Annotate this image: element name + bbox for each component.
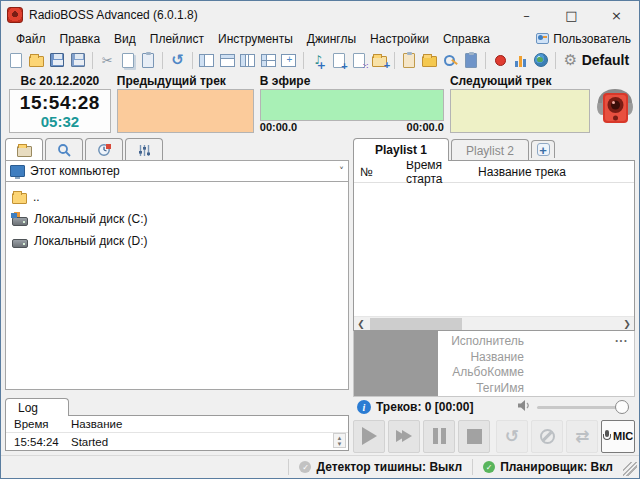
open-icon[interactable]	[28, 50, 47, 71]
edit-list-icon[interactable]	[461, 50, 480, 71]
preset-label[interactable]: Default	[582, 52, 633, 68]
menu-view[interactable]: Вид	[107, 31, 143, 47]
layout-grid-icon[interactable]	[259, 50, 278, 71]
minimize-button[interactable]: –	[504, 1, 549, 29]
history-tab[interactable]	[85, 138, 123, 161]
current-date: Вс 20.12.2020	[9, 74, 111, 89]
repeat-icon: ↺	[505, 428, 519, 445]
next-track-label: Следующий трек	[450, 74, 590, 89]
close-button[interactable]: ×	[594, 1, 639, 29]
add-track-icon[interactable]: ♪	[309, 50, 328, 71]
previous-track-box[interactable]	[117, 89, 254, 133]
col-track-name[interactable]: Название трека	[478, 165, 634, 179]
playlist-statusbar: i Треков: 0 [00:00]	[353, 397, 635, 417]
shuffle-button[interactable]: ⇄	[566, 420, 598, 453]
block-button[interactable]	[531, 420, 563, 453]
menu-file[interactable]: Файл	[9, 31, 53, 47]
log-tab[interactable]: Log	[5, 398, 69, 416]
scroll-right-icon[interactable]: ❯	[620, 319, 634, 329]
volume-thumb[interactable]	[615, 400, 629, 414]
menu-playlist[interactable]: Плейлист	[143, 31, 211, 47]
paste-icon[interactable]	[139, 50, 158, 71]
scroll-left-icon[interactable]: ❮	[354, 319, 368, 329]
more-button[interactable]: ...	[609, 331, 634, 396]
add-playlist-icon[interactable]	[371, 50, 390, 71]
stop-button[interactable]	[458, 420, 490, 453]
layout-add-icon[interactable]: +	[280, 50, 299, 71]
location-dropdown[interactable]: Этот компьютер ˅	[5, 160, 349, 182]
menu-jingles[interactable]: Джинглы	[300, 31, 363, 47]
log-col-time[interactable]: Время	[6, 418, 71, 430]
window-title: RadioBOSS Advanced (6.0.1.8)	[29, 8, 198, 22]
settings-icon[interactable]: ⚙	[561, 50, 580, 71]
folder-icon	[12, 193, 27, 204]
log-splitter[interactable]	[5, 390, 349, 397]
cut-icon[interactable]: ✂	[98, 50, 117, 71]
menu-tools[interactable]: Инструменты	[211, 31, 300, 47]
next-track-box[interactable]	[450, 89, 590, 133]
pause-button[interactable]	[423, 420, 455, 453]
report-icon[interactable]	[400, 50, 419, 71]
menu-user[interactable]: Пользователь	[536, 32, 631, 46]
playlist-hscrollbar[interactable]: ❮ ❯	[354, 316, 634, 330]
volume-slider[interactable]	[537, 400, 629, 414]
record-icon[interactable]	[491, 50, 510, 71]
toolbar: ✂ ↺ + ♪ ⚙ Default	[1, 48, 639, 72]
log-table: Время Название 15:54:24 Started ▲▼	[5, 415, 349, 451]
mic-button[interactable]: MIC	[601, 420, 635, 453]
file-item-up[interactable]: ..	[8, 186, 346, 208]
search-tab[interactable]	[45, 138, 83, 161]
mixer-tab[interactable]	[125, 138, 163, 161]
menu-settings[interactable]: Настройки	[363, 31, 436, 47]
levels-icon[interactable]	[511, 50, 530, 71]
copy-icon[interactable]	[118, 50, 137, 71]
folder-tab[interactable]	[5, 138, 43, 161]
col-start-time[interactable]: Время старта	[406, 158, 478, 186]
layout-top-icon[interactable]	[218, 50, 237, 71]
log-time: 15:54:24	[6, 436, 71, 448]
log-row[interactable]: 15:54:24 Started	[6, 433, 348, 450]
undo-icon[interactable]: ↺	[168, 50, 187, 71]
time-elapsed: 00:00.0	[260, 121, 297, 134]
silence-status-label: Детектор тишины: Выкл	[316, 460, 462, 474]
new-playlist-icon[interactable]	[7, 50, 26, 71]
add-playlist-tab-button[interactable]: +	[531, 140, 555, 158]
layout-columns-icon[interactable]	[239, 50, 258, 71]
mic-label: MIC	[613, 430, 633, 442]
network-icon[interactable]	[532, 50, 551, 71]
scroll-thumb[interactable]	[370, 318, 462, 330]
log-scrollbar[interactable]: ▲▼	[333, 433, 346, 448]
file-item-drive-d[interactable]: Локальный диск (D:)	[8, 230, 346, 252]
layout-left-icon[interactable]	[198, 50, 217, 71]
resize-grip[interactable]	[623, 462, 637, 476]
log-col-name[interactable]: Название	[71, 418, 348, 430]
save-icon[interactable]	[48, 50, 67, 71]
add-file-icon[interactable]	[330, 50, 349, 71]
scheduler-status[interactable]: ✓ Планировщик: Вкл	[473, 460, 623, 474]
file-item-drive-c[interactable]: Локальный диск (C:)	[8, 208, 346, 230]
col-number[interactable]: №	[354, 165, 406, 179]
repeat-button[interactable]: ↺	[496, 420, 528, 453]
save-as-icon[interactable]	[69, 50, 88, 71]
radioboss-logo	[596, 74, 635, 134]
maximize-button[interactable]: □	[549, 1, 594, 29]
file-list: .. Локальный диск (C:) Локальный диск (D…	[5, 182, 349, 390]
speaker-icon[interactable]	[517, 399, 532, 415]
title-bar: RadioBOSS Advanced (6.0.1.8) – □ ×	[1, 1, 639, 29]
next-button[interactable]	[388, 420, 420, 453]
on-air-box[interactable]	[260, 89, 444, 121]
add-random-icon[interactable]	[350, 50, 369, 71]
playlist-body[interactable]	[354, 183, 634, 316]
music-library-icon[interactable]	[420, 50, 439, 71]
menu-edit[interactable]: Правка	[53, 31, 108, 47]
tab-playlist-1[interactable]: Playlist 1	[353, 138, 449, 161]
countdown-time: 05:32	[41, 113, 79, 130]
track-info-panel: Исполнитель Название АльбоКомме ТегиИмя …	[353, 331, 635, 397]
tools-icon[interactable]	[441, 50, 460, 71]
browser-tabs	[5, 136, 349, 160]
play-button[interactable]	[353, 420, 385, 453]
silence-detector-status[interactable]: ✓ Детектор тишины: Выкл	[289, 460, 472, 474]
user-label: Пользователь	[553, 32, 631, 46]
menu-help[interactable]: Справка	[436, 31, 497, 47]
play-icon	[362, 427, 377, 445]
